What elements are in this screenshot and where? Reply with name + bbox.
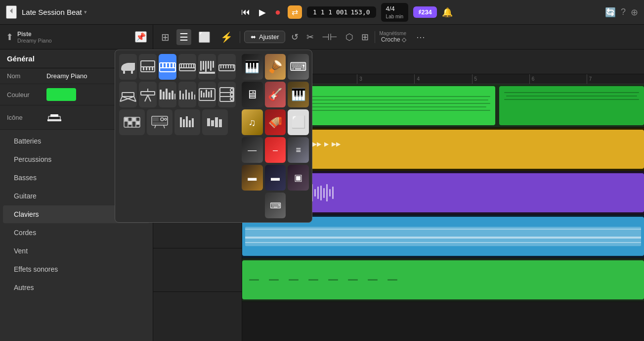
color-icon-vintage[interactable]: ⌨ <box>265 193 286 218</box>
back-button[interactable] <box>6 5 17 19</box>
more-options-button[interactable]: ⋯ <box>414 30 427 45</box>
adjust-button[interactable]: ⬌ Ajuster <box>244 31 285 43</box>
svg-rect-3 <box>123 71 125 74</box>
svg-rect-10 <box>152 67 153 70</box>
ruler-mark-6: 6 <box>529 74 587 84</box>
split-button[interactable]: ⊣⊢ <box>320 30 340 45</box>
icon-bars2[interactable] <box>202 109 228 135</box>
color-icon-ep5[interactable]: ≡ <box>288 137 309 163</box>
svg-rect-94 <box>211 120 214 126</box>
color-icon-grand-piano[interactable]: 🎹 <box>242 54 263 80</box>
icon-bars1[interactable] <box>174 109 200 135</box>
magic-button[interactable]: ⚡ <box>217 29 236 45</box>
sync-icon[interactable]: 🔄 <box>605 7 616 18</box>
list-view-button[interactable]: ☰ <box>176 29 191 45</box>
play-button[interactable]: ▶ <box>257 5 268 20</box>
svg-rect-85 <box>153 122 167 124</box>
svg-rect-23 <box>191 64 192 68</box>
icon-sequencer[interactable] <box>159 82 176 107</box>
loop-button[interactable]: ⇄ <box>288 5 302 19</box>
category-effets[interactable]: Effets sonores <box>3 260 150 278</box>
clip-green3[interactable] <box>242 260 644 299</box>
pin-button[interactable]: 📌 <box>135 31 147 43</box>
icon-workstation[interactable] <box>147 109 172 135</box>
svg-rect-54 <box>179 91 181 99</box>
svg-rect-14 <box>166 63 167 68</box>
svg-rect-90 <box>186 116 188 127</box>
grid-view-button[interactable]: ⊞ <box>158 29 172 45</box>
color-icon-ep2[interactable]: 🎸 <box>265 82 286 107</box>
svg-rect-49 <box>163 92 165 99</box>
color-icon-ep3[interactable]: — <box>242 137 263 163</box>
svg-rect-57 <box>188 93 190 99</box>
icon-grand-piano[interactable] <box>119 54 137 80</box>
record-button[interactable]: ● <box>273 4 283 20</box>
svg-rect-55 <box>182 94 184 99</box>
category-vent[interactable]: Vent <box>3 242 150 260</box>
piste-back-icon[interactable]: ⬆ <box>6 32 13 43</box>
svg-rect-78 <box>129 122 131 125</box>
color-icon-upright[interactable]: 🪘 <box>265 54 286 80</box>
svg-rect-34 <box>223 65 224 68</box>
color-icon-synth3[interactable]: ▣ <box>288 165 309 191</box>
svg-rect-37 <box>230 65 231 68</box>
svg-rect-35 <box>225 65 226 68</box>
icon-upright-piano[interactable] <box>139 54 157 80</box>
color-icon-synth2[interactable]: ▬ <box>265 165 286 191</box>
metronome-button[interactable]: 🔔 <box>442 7 453 18</box>
svg-rect-56 <box>185 90 187 99</box>
color-icon-combo-organ[interactable]: ⬜ <box>288 109 309 135</box>
svg-rect-92 <box>192 118 194 127</box>
svg-line-46 <box>148 95 151 101</box>
loop-region-button[interactable]: ⬡ <box>343 30 355 45</box>
color-icon-accordion[interactable]: 🪗 <box>265 109 286 135</box>
svg-rect-77 <box>125 118 128 121</box>
icon-rack[interactable] <box>218 82 236 107</box>
square-view-button[interactable]: ⬜ <box>195 29 214 45</box>
svg-rect-22 <box>188 64 189 68</box>
color-icon-synth1[interactable]: ▬ <box>242 165 263 191</box>
icon-row-1 <box>119 54 234 80</box>
svg-point-69 <box>230 89 233 92</box>
icon-organ[interactable] <box>198 54 216 80</box>
category-cordes[interactable]: Cordes <box>3 224 150 242</box>
color-swatch[interactable] <box>46 88 76 101</box>
color-icon-ep4[interactable]: – <box>265 137 286 163</box>
icon-sequencer2[interactable] <box>198 82 216 107</box>
icon-t-stand[interactable] <box>139 82 157 107</box>
toolbar-divider2 <box>375 31 375 43</box>
magnetisme-section: Magnétisme Croche ◇ <box>379 31 406 43</box>
copy-button[interactable]: ⊞ <box>359 30 371 45</box>
icon-x-stand[interactable] <box>119 82 137 107</box>
ruler-mark-7: 7 <box>587 74 644 84</box>
svg-rect-8 <box>146 67 147 70</box>
icone-swatch[interactable] <box>46 109 62 125</box>
color-icon-pipe-organ[interactable]: ♫ <box>242 109 263 135</box>
help-button[interactable]: ? <box>621 7 626 17</box>
svg-point-70 <box>230 93 233 96</box>
settings-button[interactable]: ⊕ <box>631 7 638 18</box>
undo-button[interactable]: ↺ <box>289 30 301 45</box>
rewind-button[interactable]: ⏮ <box>239 5 252 19</box>
category-autres[interactable]: Autres <box>3 279 150 296</box>
icon-midi-controller[interactable] <box>218 54 236 80</box>
track-name-5 <box>153 248 242 292</box>
scissors-button[interactable]: ✂ <box>304 30 316 45</box>
clip-dreamy-piano-2[interactable] <box>499 86 644 125</box>
color-icon-table-piano[interactable]: 🖥 <box>242 82 263 107</box>
color-icon-organ2[interactable]: 🎹 <box>288 82 309 107</box>
icon-step-seq[interactable] <box>119 109 145 135</box>
color-icon-e-piano[interactable]: ⌨ <box>288 54 309 80</box>
color-icon-row-2: 🖥 🎸 🎹 <box>242 82 309 107</box>
green3-content <box>244 262 642 297</box>
svg-point-71 <box>230 97 233 100</box>
second-bar: ⬆ Piste Dreamy Piano 📌 ⊞ ☰ ⬜ ⚡ ⬌ Ajuster… <box>0 25 644 49</box>
position-display: 1 1 1 001 153,0 <box>307 6 376 18</box>
icon-grid-overlay: 🎹 🪘 ⌨ 🖥 🎸 🎹 ♫ 🪗 ⬜ — – ≡ ▬ ▬ <box>115 49 312 223</box>
icon-mixer[interactable] <box>178 82 196 107</box>
key-display: ♯234 <box>413 6 437 18</box>
svg-rect-64 <box>208 92 210 97</box>
icon-keyboard-selected[interactable] <box>159 54 176 80</box>
icon-electric-piano[interactable] <box>178 54 196 80</box>
svg-rect-63 <box>206 90 207 97</box>
